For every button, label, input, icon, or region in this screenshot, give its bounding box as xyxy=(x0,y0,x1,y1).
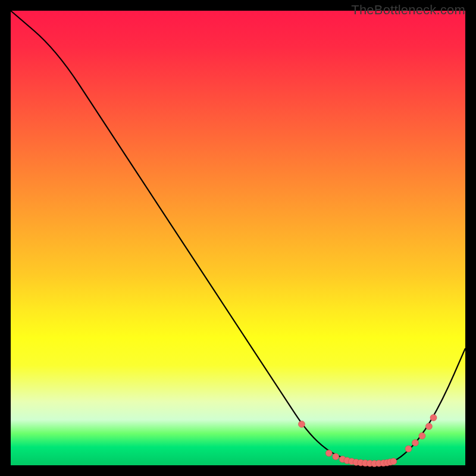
highlight-dots xyxy=(298,414,437,466)
highlight-dot xyxy=(298,421,305,427)
highlight-dot xyxy=(390,458,397,465)
highlight-dot xyxy=(425,423,432,430)
highlight-dot xyxy=(333,453,339,460)
watermark-label: TheBottleneck.com xyxy=(351,2,465,18)
highlight-dot xyxy=(419,433,425,439)
highlight-dot xyxy=(430,414,437,421)
chart-plot-area xyxy=(11,11,465,465)
chart-svg xyxy=(11,11,465,465)
highlight-dot xyxy=(405,446,412,452)
highlight-dot xyxy=(412,440,418,446)
highlight-dot xyxy=(325,450,332,456)
bottleneck-curve xyxy=(11,11,465,464)
